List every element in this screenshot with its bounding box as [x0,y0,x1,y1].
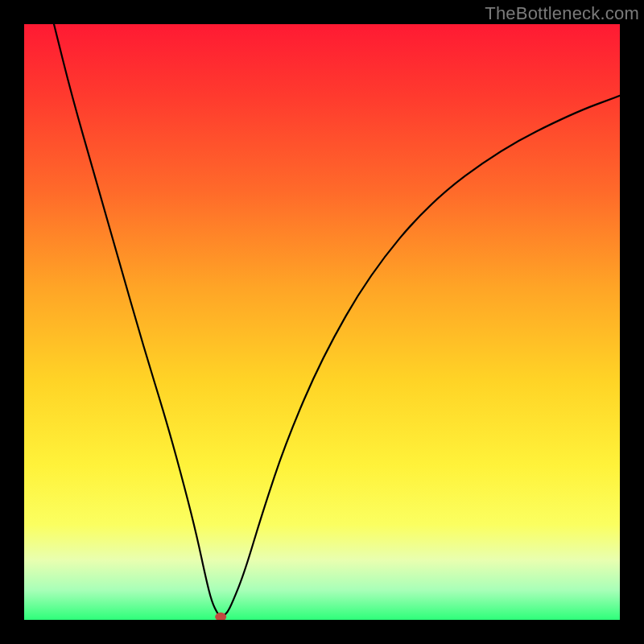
watermark-text: TheBottleneck.com [485,3,639,24]
bottleneck-curve [54,24,620,620]
curve-svg [24,24,620,620]
minimum-marker [215,613,226,620]
plot-area [24,24,620,620]
chart-frame: TheBottleneck.com [0,0,644,644]
curve-path [54,24,620,616]
